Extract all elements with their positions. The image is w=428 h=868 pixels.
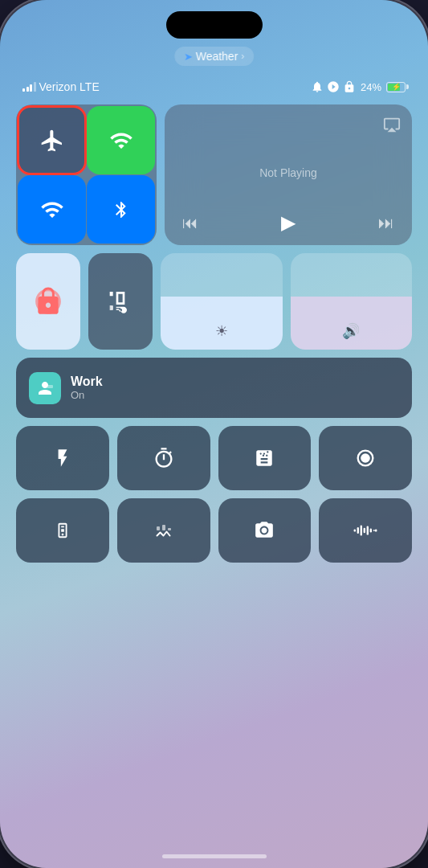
- signal-bar-1: [22, 88, 25, 92]
- media-controls: ⏮ ▶ ⏭: [176, 211, 401, 234]
- lock-icon: [343, 80, 356, 93]
- signal-bar-2: [26, 87, 29, 92]
- calculator-icon: [254, 448, 275, 469]
- charging-bolt-icon: ⚡: [392, 83, 401, 91]
- status-left: Verizon LTE: [22, 80, 100, 93]
- airplane-mode-button[interactable]: [18, 106, 86, 174]
- battery-percent: 24%: [361, 81, 381, 93]
- timer-button[interactable]: [117, 426, 210, 490]
- phone-frame: ➤ Weather › Verizon LTE: [0, 0, 428, 868]
- media-top: [176, 116, 401, 133]
- status-right: 24% ⚡: [311, 80, 406, 93]
- phone-screen: ➤ Weather › Verizon LTE: [0, 0, 428, 868]
- focus-icon: [327, 80, 340, 93]
- stocks-button[interactable]: [117, 498, 210, 563]
- icons-row-1: [16, 426, 412, 490]
- svg-rect-1: [47, 385, 53, 388]
- brightness-slider[interactable]: ☀: [161, 253, 283, 350]
- focus-row: Work On: [16, 358, 412, 418]
- alarm-icon: [311, 80, 324, 93]
- weather-bar-label: Weather: [196, 50, 238, 63]
- work-on-button[interactable]: Work On: [16, 358, 412, 418]
- voice-memo-icon: [353, 522, 378, 539]
- second-row: ☀ 🔊: [16, 253, 412, 350]
- not-playing-label: Not Playing: [176, 166, 401, 179]
- volume-icon: 🔊: [342, 322, 360, 340]
- status-bar: Verizon LTE 24% ⚡: [0, 80, 428, 93]
- signal-bar-4: [34, 82, 36, 92]
- connectivity-media-row: Not Playing ⏮ ▶ ⏭: [16, 104, 412, 245]
- person-badge-icon: [35, 379, 55, 398]
- screen-record-icon: [354, 447, 377, 469]
- connectivity-grid: [16, 104, 157, 245]
- volume-slider[interactable]: 🔊: [291, 253, 413, 350]
- flashlight-button[interactable]: [16, 426, 109, 490]
- wifi-button[interactable]: [18, 175, 86, 244]
- screen-mirror-icon: [108, 289, 133, 314]
- screen-lock-button[interactable]: [16, 253, 80, 350]
- work-on-subtitle: On: [71, 389, 103, 401]
- dynamic-island: [166, 11, 263, 39]
- signal-bar-3: [30, 84, 32, 92]
- remote-icon: [54, 519, 71, 542]
- work-on-title: Work: [71, 375, 103, 389]
- svg-rect-5: [162, 525, 165, 530]
- svg-rect-13: [373, 530, 375, 531]
- status-icons: [311, 80, 356, 93]
- svg-rect-14: [375, 529, 377, 531]
- bluetooth-icon: [112, 198, 131, 222]
- next-track-button[interactable]: ⏭: [378, 214, 394, 232]
- brightness-icon: ☀: [215, 322, 228, 340]
- signal-bars: [22, 82, 36, 92]
- battery-icon: ⚡: [386, 82, 406, 92]
- bluetooth-button[interactable]: [87, 175, 155, 244]
- svg-rect-6: [168, 528, 171, 530]
- calculator-button[interactable]: [218, 426, 312, 490]
- screen-record-button[interactable]: [319, 426, 412, 490]
- work-on-text-container: Work On: [71, 375, 103, 401]
- svg-rect-9: [361, 526, 362, 536]
- timer-icon: [153, 447, 175, 469]
- icons-row-2: [16, 498, 412, 563]
- media-not-playing-container: Not Playing: [176, 133, 401, 211]
- airplane-icon: [39, 128, 65, 154]
- remote-button[interactable]: [16, 498, 109, 563]
- camera-icon: [253, 520, 275, 541]
- weather-notification-bar[interactable]: ➤ Weather ›: [174, 47, 255, 66]
- flashlight-icon: [52, 448, 73, 469]
- svg-rect-7: [354, 529, 356, 531]
- svg-rect-12: [370, 529, 372, 533]
- svg-rect-10: [364, 528, 365, 533]
- camera-button[interactable]: [218, 498, 312, 563]
- carrier-label: Verizon LTE: [39, 80, 100, 93]
- stocks-chart-icon: [153, 521, 175, 540]
- control-center: Not Playing ⏮ ▶ ⏭: [16, 104, 412, 804]
- screen-lock-icon: [33, 286, 63, 317]
- play-button[interactable]: ▶: [281, 211, 296, 234]
- svg-rect-8: [357, 527, 359, 534]
- airplay-icon[interactable]: [383, 116, 401, 133]
- work-on-avatar-icon: [29, 372, 61, 404]
- chevron-right-icon: ›: [241, 51, 244, 62]
- previous-track-button[interactable]: ⏮: [182, 214, 198, 232]
- voice-memo-button[interactable]: [319, 498, 412, 563]
- svg-point-3: [361, 453, 370, 463]
- wifi-icon: [40, 198, 64, 222]
- cellular-button[interactable]: [87, 106, 155, 174]
- location-icon: ➤: [184, 51, 193, 63]
- screen-mirror-button[interactable]: [88, 253, 153, 350]
- cellular-icon: [109, 129, 133, 153]
- media-player: Not Playing ⏮ ▶ ⏭: [165, 104, 412, 245]
- svg-rect-4: [157, 526, 160, 530]
- home-indicator: [162, 854, 267, 858]
- svg-rect-11: [367, 526, 369, 534]
